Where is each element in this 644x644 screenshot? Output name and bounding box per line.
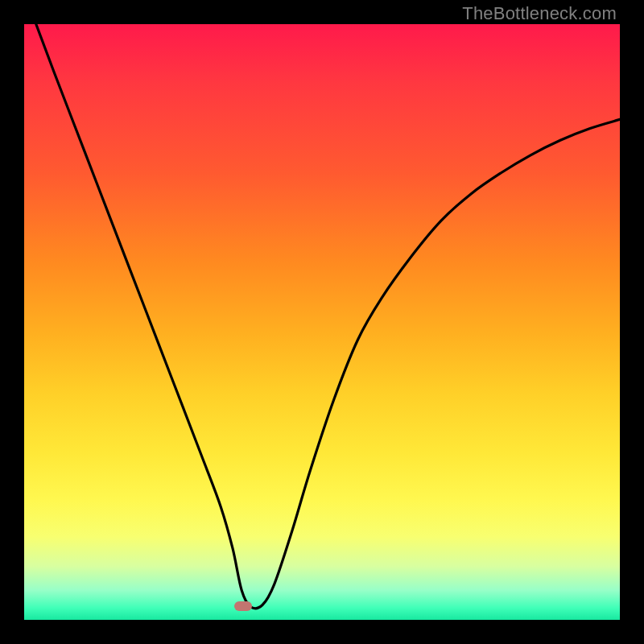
curve-svg (24, 24, 620, 620)
plot-area (24, 24, 620, 620)
chart-frame: TheBottleneck.com (0, 0, 644, 644)
watermark-text: TheBottleneck.com (462, 3, 617, 24)
minimum-marker (234, 601, 252, 611)
bottleneck-curve (36, 24, 620, 609)
